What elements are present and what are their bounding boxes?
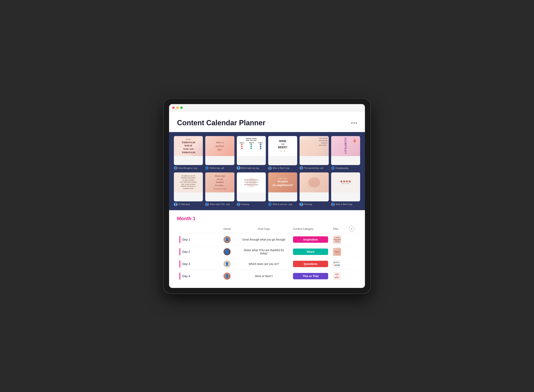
gallery-filename-7: 19 Tabs.jpeg (178, 203, 190, 205)
gallery-item-humpday[interactable]: HUMPDAY 👤 Humpday.jpeg (331, 136, 360, 170)
add-column-button[interactable]: + (349, 226, 355, 232)
gallery-item-wine2[interactable]: wine or beer? 👤 Wine or Beer?.png (331, 173, 360, 206)
gallery-avatar-5: 👤 (300, 166, 303, 170)
owner-avatar-4: 👤 (223, 272, 231, 280)
day-bar-4 (179, 272, 180, 280)
dot2 (353, 122, 355, 124)
gallery-item-thankful[interactable]: Share whatyou arethankfulfor today...#Th… (205, 173, 234, 206)
traffic-light-green[interactable] (180, 107, 183, 109)
day-label-2: Day 2 (182, 250, 190, 253)
copy-cell-4: Wine or Beer? (237, 270, 290, 282)
gallery-item-teams[interactable]: WHICH TEAMARE YOU ON? Team A (237, 136, 266, 170)
gallery-filename-1: Grow through w...png (178, 167, 197, 169)
gallery-section: Grow throughwhatyou gothrough 👤 Grow thr… (169, 132, 365, 210)
file-thumb-3: TEAM A B C (333, 260, 341, 268)
app-header: Content Calendar Planner (169, 112, 365, 132)
owner-cell-2: 👤 (221, 246, 237, 258)
category-cell-2: Share (290, 246, 331, 258)
copy-cell-3: Which team are you on? (237, 258, 290, 270)
gallery-filename-8: Share what YOU...png (210, 203, 230, 205)
gallery-avatar-9: 👤 (237, 203, 240, 206)
dot3 (356, 122, 357, 124)
device-frame: Content Calendar Planner Grow (163, 98, 371, 294)
gallery-filename-6: Humpday.jpeg (336, 167, 348, 169)
table-row: Day 1 👤 Grow through what you go through (177, 233, 357, 246)
traffic-light-yellow[interactable] (176, 107, 179, 109)
category-badge-2: Share (293, 248, 328, 255)
category-cell-1: Inspiration (290, 233, 331, 246)
dot1 (351, 122, 352, 124)
copy-cell-2: Share what YOU are thankful for today! (237, 246, 290, 258)
gallery-item-wine[interactable]: WINEorBEER? 🍷 🍺 👤 Wine or (268, 136, 297, 170)
owner-cell-4: 👤 (221, 270, 237, 282)
gallery-filename-9: Final.png (241, 203, 249, 205)
category-badge-3: Questions (293, 261, 328, 267)
day-label-4: Day 4 (182, 274, 190, 278)
gallery-avatar-7: 👤 (174, 203, 178, 206)
gallery-item-flower[interactable]: The secondGod put thatdream inyour heart… (300, 136, 328, 170)
file-cell-3: TEAM A B C (331, 258, 347, 270)
gallery-item-final[interactable]: NAME SOMETHINGTHAT YOU WOULDNEVER BUY US… (237, 173, 266, 206)
category-badge-4: This or That (293, 273, 328, 279)
owner-cell-3: 👤 (221, 258, 237, 270)
owner-cell-1: 👤 (221, 233, 237, 246)
gallery-item-tabs[interactable]: MY MIND IS LIKE MYINTERNET BROWSER:19 TA… (174, 173, 203, 206)
owner-avatar-2: 👤 (223, 248, 231, 255)
gallery-filename-11: Print.png (304, 203, 312, 205)
post-copy-1: Grow through what you go through (239, 238, 288, 241)
col-add: + (347, 224, 357, 233)
gallery-avatar-6: 👤 (331, 166, 335, 170)
gallery-avatar-4: 👤 (268, 166, 272, 170)
day-cell-3: Day 3 (177, 258, 221, 270)
gallery-item-grow[interactable]: Grow throughwhatyou gothrough 👤 Grow thr… (174, 136, 203, 170)
day-cell-2: Day 2 (177, 246, 221, 258)
app-content: Content Calendar Planner Grow (169, 112, 365, 288)
traffic-light-red[interactable] (172, 107, 175, 109)
col-owner: Owner (221, 224, 237, 233)
col-post-copy: Post Copy (237, 224, 290, 233)
post-copy-4: Wine or Beer? (239, 275, 288, 278)
gallery-avatar-3: 👤 (237, 166, 240, 170)
category-badge-1: Inspiration (293, 236, 328, 243)
gallery-item-purrfect[interactable]: Have apurrfectday! 👤 Perfect day...pdf (205, 136, 234, 170)
col-category: Content Category (290, 224, 331, 233)
gallery-avatar-2: 👤 (205, 166, 209, 170)
file-thumb-1: GROWthroughwhat (333, 236, 341, 243)
gallery-filename-12: Wine or Beer?.png (336, 203, 352, 205)
row-action-2 (347, 246, 357, 258)
page-title: Content Calendar Planner (177, 119, 265, 127)
category-cell-3: Questions (290, 258, 331, 270)
gallery-item-print[interactable]: 👤 Print.png (300, 173, 328, 206)
gallery-filename-3: Which team are.png (241, 167, 259, 169)
post-copy-3: Which team are you on? (239, 262, 288, 266)
row-action-3 (347, 258, 357, 270)
day-cell-4: Day 4 (177, 270, 221, 282)
screen: Content Calendar Planner Grow (169, 104, 365, 288)
col-day (177, 224, 221, 233)
table-row: Day 2 👤 Share what YOU are thankful for … (177, 246, 357, 258)
owner-avatar-3: 👤 (223, 260, 231, 267)
planner-table: Owner Post Copy Content Category Files + (177, 224, 357, 282)
file-cell-4: WINEorBEER? (331, 270, 347, 282)
gallery-filename-4: Wine or Beer?.png (273, 167, 289, 169)
table-row: Day 3 👤 Which team are you on? (177, 258, 357, 270)
day-bar-1 (179, 236, 180, 243)
planner-section: Month 1 Owner Post Copy Content Category… (169, 210, 365, 288)
owner-avatar-1: 👤 (223, 236, 231, 243)
row-action-1 (347, 233, 357, 246)
col-files: Files (331, 224, 347, 233)
file-cell-1: GROWthroughwhat (331, 233, 347, 246)
gallery-filename-10: What is your pro...png (273, 203, 292, 205)
month-header: Month 1 (177, 216, 357, 221)
gallery-item-proudest[interactable]: what is yourProudestAccomplishment? 👤 Wh… (268, 173, 297, 206)
more-options-button[interactable] (351, 122, 357, 124)
day-label-1: Day 1 (182, 238, 190, 241)
day-bar-3 (179, 260, 180, 267)
gallery-avatar-12: 👤 (331, 203, 335, 206)
gallery-avatar-10: 👤 (268, 203, 272, 206)
file-cell-2: Share whatthankful (331, 246, 347, 258)
day-label-3: Day 3 (182, 262, 190, 266)
table-row: Day 4 👤 Wine or Beer? (177, 270, 357, 282)
file-thumb-2: Share whatthankful (333, 248, 341, 256)
gallery-filename-5: The second God...pdf (304, 167, 323, 169)
